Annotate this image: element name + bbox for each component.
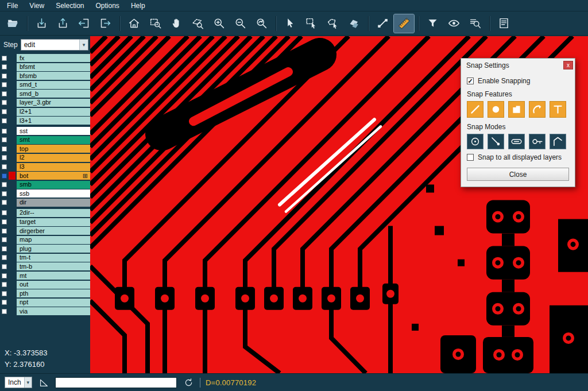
- layer-row-tm-b[interactable]: tm-b: [0, 262, 90, 270]
- layer-row-smt[interactable]: smt: [0, 136, 90, 144]
- zoom-out-button[interactable]: [230, 14, 250, 33]
- snap-line-button[interactable]: [467, 101, 483, 118]
- mode-key-button[interactable]: [529, 134, 546, 149]
- panel-left-button[interactable]: [74, 14, 94, 33]
- layer-row-dirgerber[interactable]: dirgerber: [0, 227, 90, 235]
- layer-row-bfsmb[interactable]: bfsmb: [0, 72, 90, 80]
- chevron-down-icon[interactable]: ▾: [24, 377, 32, 388]
- layer-row-ssb[interactable]: ssb: [0, 189, 90, 198]
- menu-options[interactable]: Options: [90, 0, 125, 11]
- layer-row-l2[interactable]: l2: [0, 154, 90, 162]
- layer-row-bfsmt[interactable]: bfsmt: [0, 63, 90, 71]
- mode-slot-button[interactable]: [508, 134, 525, 149]
- layer-visibility-checkbox[interactable]: [2, 109, 7, 114]
- layer-visibility-checkbox[interactable]: [2, 246, 7, 251]
- layer-visibility-checkbox[interactable]: [2, 64, 7, 69]
- layer-name[interactable]: bot⊞: [17, 172, 90, 180]
- snap-pad-button[interactable]: [488, 101, 504, 118]
- layer-visibility-checkbox[interactable]: [2, 129, 7, 134]
- pointer-button[interactable]: [280, 14, 300, 33]
- show-eye-button[interactable]: [444, 14, 464, 33]
- mode-endpoint-button[interactable]: [488, 134, 504, 149]
- zoom-in-button[interactable]: [209, 14, 229, 33]
- layer-row-map[interactable]: map: [0, 236, 90, 244]
- layer-row-mt[interactable]: mt: [0, 272, 90, 280]
- snap-all-layers-row[interactable]: Snap to all displayed layers: [467, 153, 569, 161]
- layer-row-pth[interactable]: pth: [0, 289, 90, 297]
- zoom-window-button[interactable]: [188, 14, 208, 33]
- menu-selection[interactable]: Selection: [50, 0, 90, 11]
- layer-visibility-checkbox[interactable]: [2, 191, 7, 196]
- line-tool-button[interactable]: [373, 14, 393, 33]
- pan-hand-button[interactable]: [167, 14, 187, 33]
- layer-name[interactable]: l2: [17, 154, 90, 162]
- layer-row-plug[interactable]: plug: [0, 245, 90, 253]
- layer-name[interactable]: out: [17, 281, 90, 289]
- mode-corner-button[interactable]: [550, 134, 566, 149]
- layer-visibility-checkbox[interactable]: [2, 164, 7, 169]
- layer-name[interactable]: top: [17, 145, 90, 153]
- layer-visibility-checkbox[interactable]: [2, 273, 7, 278]
- layer-visibility-checkbox[interactable]: [2, 291, 7, 296]
- layer-row-top[interactable]: top: [0, 145, 90, 153]
- layer-name[interactable]: target: [17, 218, 90, 226]
- layer-name[interactable]: via: [17, 307, 90, 315]
- open-folder-button[interactable]: [3, 14, 23, 33]
- layer-name[interactable]: dir: [17, 199, 90, 207]
- layer-row-smd_t[interactable]: smd_t: [0, 81, 90, 89]
- layer-name[interactable]: map: [17, 236, 90, 244]
- layer-visibility-checkbox[interactable]: [2, 255, 7, 260]
- refresh-icon[interactable]: [182, 376, 195, 389]
- layer-name[interactable]: smb: [17, 181, 90, 189]
- layer-visibility-checkbox[interactable]: [2, 200, 7, 205]
- layer-row-layer_3.gbr[interactable]: layer_3.gbr: [0, 99, 90, 107]
- layer-row-sst[interactable]: sst: [0, 127, 90, 135]
- layer-name[interactable]: smt: [17, 136, 90, 144]
- menu-file[interactable]: File: [1, 0, 24, 11]
- layer-row-target[interactable]: target: [0, 218, 90, 226]
- layer-name[interactable]: fx: [17, 54, 90, 62]
- layer-row-l3+1[interactable]: l3+1: [0, 117, 90, 125]
- home-button[interactable]: [124, 14, 144, 33]
- snap-arc-button[interactable]: [529, 101, 546, 118]
- layer-row-bot[interactable]: bot⊞: [0, 172, 90, 180]
- layer-name[interactable]: mt: [17, 272, 90, 280]
- layer-visibility-checkbox[interactable]: [2, 229, 7, 234]
- layer-row-tm-t[interactable]: tm-t: [0, 254, 90, 262]
- step-dropdown[interactable]: edit ▾: [21, 39, 88, 51]
- layer-name[interactable]: l2+1: [17, 108, 90, 116]
- layer-name[interactable]: layer_3.gbr: [17, 99, 90, 107]
- filter-button[interactable]: [423, 14, 443, 33]
- layer-name[interactable]: npt: [17, 299, 90, 307]
- layer-name[interactable]: tm-b: [17, 262, 90, 270]
- layer-visibility-checkbox[interactable]: [2, 219, 7, 224]
- close-button[interactable]: Close: [467, 168, 569, 181]
- report-button[interactable]: [494, 14, 514, 33]
- layer-visibility-checkbox[interactable]: [2, 173, 7, 179]
- layer-row-npt[interactable]: npt: [0, 299, 90, 307]
- snap-text-button[interactable]: [550, 101, 566, 118]
- layer-visibility-checkbox[interactable]: [2, 282, 7, 287]
- layer-row-l3[interactable]: l3: [0, 163, 90, 171]
- layer-visibility-checkbox[interactable]: [2, 210, 7, 215]
- transform-button[interactable]: [344, 14, 364, 33]
- layer-name[interactable]: l3: [17, 163, 90, 171]
- snap-surface-button[interactable]: [508, 101, 525, 118]
- layer-name[interactable]: pth: [17, 289, 90, 297]
- layer-row-via[interactable]: via: [0, 307, 90, 315]
- layer-visibility-checkbox[interactable]: [2, 137, 7, 142]
- find-button[interactable]: [465, 14, 485, 33]
- chevron-down-icon[interactable]: ▾: [79, 40, 88, 50]
- measure-ruler-button[interactable]: [394, 14, 414, 33]
- layer-visibility-checkbox[interactable]: [2, 146, 7, 152]
- layer-name[interactable]: bfsmb: [17, 72, 90, 80]
- dialog-close-button[interactable]: x: [563, 61, 573, 69]
- panel-up-button[interactable]: [53, 14, 73, 33]
- layer-name[interactable]: 2dir--: [17, 209, 90, 217]
- zoom-fit-button[interactable]: [145, 14, 165, 33]
- layer-name[interactable]: tm-t: [17, 254, 90, 262]
- layer-row-dir[interactable]: dir: [0, 199, 90, 207]
- layer-row-fx[interactable]: fx: [0, 54, 90, 62]
- layer-visibility-checkbox[interactable]: [2, 118, 7, 123]
- layer-row-out[interactable]: out: [0, 281, 90, 289]
